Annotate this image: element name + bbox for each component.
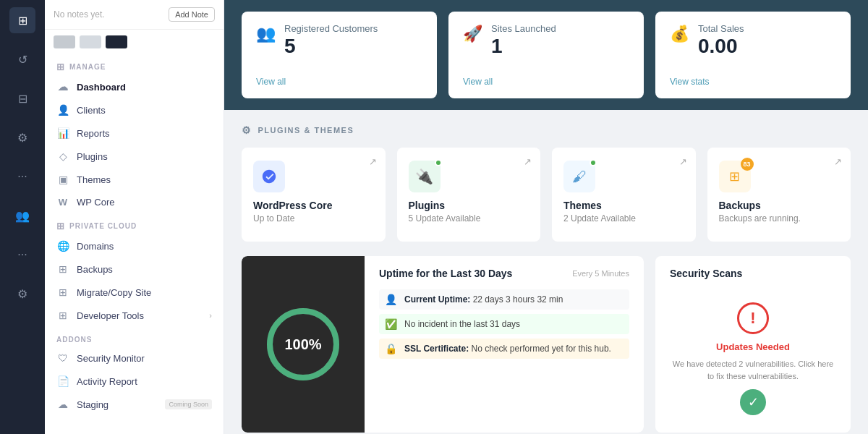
- sites-link[interactable]: View all: [463, 68, 629, 87]
- sales-value: 0.00: [698, 34, 836, 59]
- sidebar-item-wpcore[interactable]: W WP Core: [45, 191, 224, 213]
- themes-icon-card: 🖌: [563, 161, 595, 192]
- icon-bar: ⊞ ↺ ⊟ ⚙ ··· 👥 ··· ⚙: [0, 0, 45, 434]
- wpcore-card-status: Up to Date: [253, 213, 374, 224]
- security-alert-icon: !: [737, 302, 769, 334]
- sidebar-item-migrate[interactable]: ⊞ Migrate/Copy Site: [45, 281, 224, 304]
- arrow-icon: ↗: [369, 156, 377, 167]
- sidebar-item-label: Clients: [77, 105, 106, 116]
- addons-label: ADDONS: [45, 327, 224, 346]
- no-notes-text: No notes yet.: [54, 9, 163, 20]
- bottom-grid: 100% Uptime for the Last 30 Days Every 5…: [224, 256, 868, 434]
- add-note-button[interactable]: Add Note: [169, 7, 215, 22]
- wpcore-card-name: WordPress Core: [253, 200, 374, 211]
- status-dot-green: [435, 159, 442, 166]
- icon-bar-refresh[interactable]: ↺: [9, 46, 35, 72]
- reports-icon: 📊: [56, 127, 69, 139]
- backups-icon-card: ⊞ 83: [719, 161, 751, 192]
- check-icon: ✅: [385, 318, 397, 330]
- backups-card-name: Backups: [719, 200, 840, 211]
- wpcore-icon: W: [56, 197, 69, 208]
- sidebar-item-label: Backups: [77, 264, 113, 275]
- sidebar-item-staging[interactable]: ☁ Staging Coming Soon: [45, 393, 224, 416]
- customers-value: 5: [284, 34, 422, 59]
- plugins-themes-section: ⚙ PLUGINS & THEMES ↗ WordPress Core Up t…: [224, 110, 868, 256]
- icon-bar-dots2[interactable]: ···: [9, 242, 35, 268]
- status-dot-green: [590, 159, 597, 166]
- icon-bar-table[interactable]: ⊟: [9, 85, 35, 111]
- sidebar-item-label: Reports: [77, 128, 110, 139]
- plugin-card-themes[interactable]: ↗ 🖌 Themes 2 Update Available: [552, 148, 696, 242]
- private-cloud-label: ⊞ PRIVATE CLOUD: [45, 213, 224, 234]
- plugin-card-wpcore[interactable]: ↗ WordPress Core Up to Date: [242, 148, 386, 242]
- sidebar-item-backups[interactable]: ⊞ Backups: [45, 258, 224, 281]
- uptime-row-current: 👤 Current Uptime: 22 days 3 hours 32 min: [379, 289, 629, 310]
- wp-icon: [253, 161, 285, 192]
- sidebar-item-themes[interactable]: ▣ Themes: [45, 168, 224, 191]
- plugins-card-status: 5 Update Available: [409, 213, 529, 224]
- ssl-icon: 🔒: [385, 343, 397, 354]
- icon-bar-grid[interactable]: ⊞: [9, 7, 35, 33]
- icon-bar-users[interactable]: 👥: [9, 203, 35, 229]
- sidebar-item-label: Staging: [77, 399, 109, 410]
- stats-bar: 👥 Registered Customers 5 View all 🚀 Site…: [224, 0, 868, 110]
- main-content: 👥 Registered Customers 5 View all 🚀 Site…: [224, 0, 868, 434]
- backup-badge: 83: [741, 158, 754, 171]
- sidebar-item-security-monitor[interactable]: 🛡 Security Monitor: [45, 346, 224, 370]
- sites-icon: 🚀: [463, 25, 482, 43]
- stat-card-customers: 👥 Registered Customers 5 View all: [242, 12, 437, 98]
- uptime-title: Uptime for the Last 30 Days: [379, 268, 512, 279]
- sidebar-item-dashboard[interactable]: ☁ Dashboard: [45, 75, 224, 98]
- uptime-container: 100% Uptime for the Last 30 Days Every 5…: [242, 256, 644, 433]
- activity-report-icon: 📄: [56, 375, 69, 387]
- gear-icon: ⚙: [242, 124, 252, 136]
- sidebar-item-activity-report[interactable]: 📄 Activity Report: [45, 370, 224, 393]
- sales-icon: 💰: [670, 25, 689, 43]
- plugin-grid: ↗ WordPress Core Up to Date ↗ 🔌 Plugins …: [242, 148, 851, 242]
- sidebar-item-label: Developer Tools: [77, 310, 144, 321]
- sidebar-item-developer-tools[interactable]: ⊞ Developer Tools ›: [45, 304, 224, 327]
- sidebar-item-clients[interactable]: 👤 Clients: [45, 98, 224, 122]
- sidebar-item-label: Activity Report: [77, 376, 137, 387]
- icon-bar-settings[interactable]: ⚙: [9, 281, 35, 307]
- plugin-card-backups[interactable]: ↗ ⊞ 83 Backups Backups are running.: [707, 148, 851, 242]
- plugins-icon: ◇: [56, 150, 69, 162]
- plugins-card-name: Plugins: [409, 200, 529, 211]
- sidebar-item-label: Plugins: [77, 151, 108, 162]
- uptime-row-text: No incident in the last 31 days: [404, 319, 520, 329]
- uptime-row-text: Current Uptime: 22 days 3 hours 32 min: [404, 294, 563, 305]
- arrow-icon: ↗: [834, 156, 842, 167]
- sidebar-item-plugins[interactable]: ◇ Plugins: [45, 145, 224, 168]
- uptime-row-text: SSL Certificate: No check performed yet …: [404, 344, 611, 354]
- sites-value: 1: [491, 34, 629, 59]
- uptime-frequency: Every 5 Minutes: [572, 269, 629, 278]
- customers-link[interactable]: View all: [256, 68, 422, 87]
- sidebar-item-reports[interactable]: 📊 Reports: [45, 122, 224, 145]
- themes-card-name: Themes: [563, 200, 684, 211]
- migrate-icon: ⊞: [56, 286, 69, 298]
- themes-icon: ▣: [56, 174, 69, 185]
- sidebar-item-label: Migrate/Copy Site: [77, 287, 151, 298]
- uptime-percentage: 100%: [284, 336, 321, 353]
- color-row: [45, 30, 224, 54]
- themes-card-status: 2 Update Available: [563, 213, 684, 224]
- plugins-icon-card: 🔌: [409, 161, 441, 192]
- customers-title: Registered Customers: [284, 23, 422, 34]
- manage-label: ⊞ MANAGE: [45, 54, 224, 75]
- sites-title: Sites Launched: [491, 23, 629, 34]
- icon-bar-dots1[interactable]: ···: [9, 163, 35, 190]
- sidebar-item-label: Security Monitor: [77, 353, 145, 364]
- color-dot-1: [54, 35, 75, 48]
- security-title: Security Scans: [670, 268, 836, 279]
- domains-icon: 🌐: [56, 240, 69, 252]
- icon-bar-gear[interactable]: ⚙: [9, 124, 35, 150]
- sidebar-item-label: Dashboard: [77, 82, 126, 93]
- dashboard-icon: ☁: [56, 81, 69, 93]
- security-monitor-icon: 🛡: [56, 352, 69, 364]
- arrow-icon: ↗: [524, 156, 532, 167]
- sales-link[interactable]: View stats: [670, 68, 836, 87]
- sidebar-item-domains[interactable]: 🌐 Domains: [45, 234, 224, 258]
- security-fix-button[interactable]: ✓: [740, 389, 766, 415]
- security-panel: Security Scans ! Updates Needed We have …: [655, 256, 851, 433]
- plugin-card-plugins[interactable]: ↗ 🔌 Plugins 5 Update Available: [397, 148, 541, 242]
